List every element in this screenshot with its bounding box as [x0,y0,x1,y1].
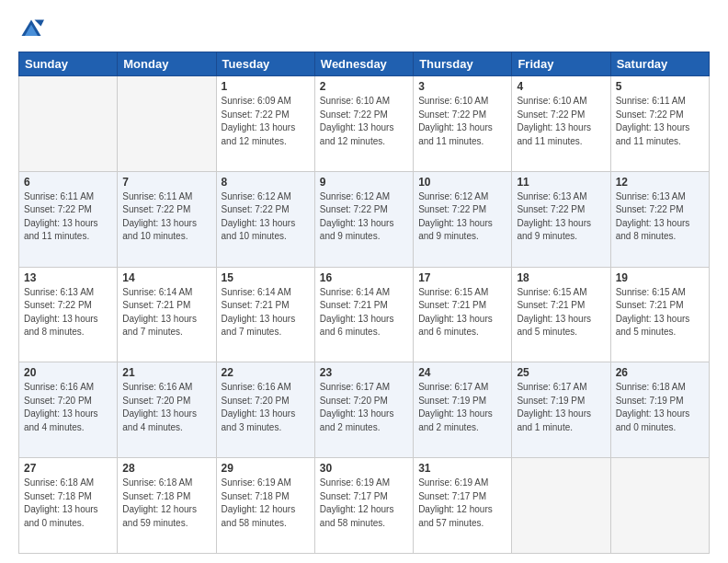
day-info: Sunrise: 6:12 AM Sunset: 7:22 PM Dayligh… [222,190,310,244]
day-info: Sunrise: 6:18 AM Sunset: 7:19 PM Dayligh… [616,381,704,434]
day-info: Sunrise: 6:10 AM Sunset: 7:22 PM Dayligh… [320,95,408,148]
day-number: 9 [320,176,408,189]
col-header-tuesday: Tuesday [216,52,314,76]
calendar-day: 5Sunrise: 6:11 AM Sunset: 7:22 PM Daylig… [610,76,709,172]
calendar-day: 31Sunrise: 6:19 AM Sunset: 7:17 PM Dayli… [414,458,512,554]
day-info: Sunrise: 6:19 AM Sunset: 7:18 PM Dayligh… [222,477,310,530]
calendar-day: 20Sunrise: 6:16 AM Sunset: 7:20 PM Dayli… [19,362,118,458]
day-number: 30 [320,462,408,475]
calendar-day: 13Sunrise: 6:13 AM Sunset: 7:22 PM Dayli… [19,267,118,362]
col-header-friday: Friday [512,52,610,76]
calendar-day: 8Sunrise: 6:12 AM Sunset: 7:22 PM Daylig… [216,171,314,267]
day-number: 1 [222,80,310,93]
calendar-day: 21Sunrise: 6:16 AM Sunset: 7:20 PM Dayli… [118,362,216,458]
calendar-day: 15Sunrise: 6:14 AM Sunset: 7:21 PM Dayli… [216,267,314,362]
calendar-day: 28Sunrise: 6:18 AM Sunset: 7:18 PM Dayli… [118,458,216,554]
day-number: 3 [418,80,506,93]
header [18,17,710,42]
day-info: Sunrise: 6:14 AM Sunset: 7:21 PM Dayligh… [320,286,408,339]
day-number: 12 [616,176,704,189]
day-number: 31 [418,462,506,475]
day-number: 22 [222,366,310,379]
calendar-day: 23Sunrise: 6:17 AM Sunset: 7:20 PM Dayli… [314,362,413,458]
day-number: 7 [122,176,210,189]
calendar-day: 16Sunrise: 6:14 AM Sunset: 7:21 PM Dayli… [314,267,413,362]
calendar-day: 7Sunrise: 6:11 AM Sunset: 7:22 PM Daylig… [118,171,216,267]
calendar-day: 18Sunrise: 6:15 AM Sunset: 7:21 PM Dayli… [512,267,610,362]
day-number: 20 [24,366,112,379]
day-number: 21 [122,366,210,379]
calendar-day: 25Sunrise: 6:17 AM Sunset: 7:19 PM Dayli… [512,362,610,458]
day-info: Sunrise: 6:17 AM Sunset: 7:19 PM Dayligh… [418,381,506,434]
day-info: Sunrise: 6:11 AM Sunset: 7:22 PM Dayligh… [24,190,112,244]
day-info: Sunrise: 6:10 AM Sunset: 7:22 PM Dayligh… [517,95,605,148]
calendar-day: 10Sunrise: 6:12 AM Sunset: 7:22 PM Dayli… [414,171,512,267]
day-number: 2 [320,80,408,93]
day-info: Sunrise: 6:15 AM Sunset: 7:21 PM Dayligh… [616,286,704,339]
calendar-day: 30Sunrise: 6:19 AM Sunset: 7:17 PM Dayli… [314,458,413,554]
day-number: 16 [320,271,408,284]
col-header-thursday: Thursday [414,52,512,76]
calendar-day: 19Sunrise: 6:15 AM Sunset: 7:21 PM Dayli… [610,267,709,362]
calendar-day: 22Sunrise: 6:16 AM Sunset: 7:20 PM Dayli… [216,362,314,458]
day-info: Sunrise: 6:12 AM Sunset: 7:22 PM Dayligh… [418,190,506,244]
day-number: 18 [517,271,605,284]
day-info: Sunrise: 6:16 AM Sunset: 7:20 PM Dayligh… [122,381,210,434]
calendar-day: 2Sunrise: 6:10 AM Sunset: 7:22 PM Daylig… [314,76,413,172]
calendar-day: 14Sunrise: 6:14 AM Sunset: 7:21 PM Dayli… [118,267,216,362]
day-info: Sunrise: 6:18 AM Sunset: 7:18 PM Dayligh… [24,477,112,530]
calendar-day: 11Sunrise: 6:13 AM Sunset: 7:22 PM Dayli… [512,171,610,267]
day-number: 25 [517,366,605,379]
calendar-week-2: 6Sunrise: 6:11 AM Sunset: 7:22 PM Daylig… [19,171,710,267]
day-info: Sunrise: 6:16 AM Sunset: 7:20 PM Dayligh… [24,381,112,434]
calendar-day: 27Sunrise: 6:18 AM Sunset: 7:18 PM Dayli… [19,458,118,554]
day-info: Sunrise: 6:12 AM Sunset: 7:22 PM Dayligh… [320,190,408,244]
day-number: 8 [222,176,310,189]
page: SundayMondayTuesdayWednesdayThursdayFrid… [0,0,728,563]
logo [18,17,48,42]
day-info: Sunrise: 6:10 AM Sunset: 7:22 PM Dayligh… [418,95,506,148]
calendar-day: 26Sunrise: 6:18 AM Sunset: 7:19 PM Dayli… [610,362,709,458]
calendar-day: 4Sunrise: 6:10 AM Sunset: 7:22 PM Daylig… [512,76,610,172]
day-number: 19 [616,271,704,284]
day-info: Sunrise: 6:14 AM Sunset: 7:21 PM Dayligh… [222,286,310,339]
col-header-monday: Monday [118,52,216,76]
day-number: 15 [222,271,310,284]
calendar-day: 1Sunrise: 6:09 AM Sunset: 7:22 PM Daylig… [216,76,314,172]
calendar-day [118,76,216,172]
day-info: Sunrise: 6:09 AM Sunset: 7:22 PM Dayligh… [222,95,310,148]
day-info: Sunrise: 6:17 AM Sunset: 7:20 PM Dayligh… [320,381,408,434]
col-header-wednesday: Wednesday [314,52,413,76]
col-header-saturday: Saturday [610,52,709,76]
day-number: 4 [517,80,605,93]
day-info: Sunrise: 6:15 AM Sunset: 7:21 PM Dayligh… [418,286,506,339]
calendar-header-row: SundayMondayTuesdayWednesdayThursdayFrid… [19,52,710,76]
day-number: 29 [222,462,310,475]
day-number: 24 [418,366,506,379]
calendar-day: 24Sunrise: 6:17 AM Sunset: 7:19 PM Dayli… [414,362,512,458]
day-number: 11 [517,176,605,189]
calendar-day: 17Sunrise: 6:15 AM Sunset: 7:21 PM Dayli… [414,267,512,362]
calendar-day [19,76,118,172]
day-info: Sunrise: 6:11 AM Sunset: 7:22 PM Dayligh… [122,190,210,244]
day-info: Sunrise: 6:14 AM Sunset: 7:21 PM Dayligh… [122,286,210,339]
calendar-day: 3Sunrise: 6:10 AM Sunset: 7:22 PM Daylig… [414,76,512,172]
calendar-day: 29Sunrise: 6:19 AM Sunset: 7:18 PM Dayli… [216,458,314,554]
day-info: Sunrise: 6:13 AM Sunset: 7:22 PM Dayligh… [616,190,704,244]
calendar-day: 6Sunrise: 6:11 AM Sunset: 7:22 PM Daylig… [19,171,118,267]
day-info: Sunrise: 6:17 AM Sunset: 7:19 PM Dayligh… [517,381,605,434]
day-info: Sunrise: 6:13 AM Sunset: 7:22 PM Dayligh… [517,190,605,244]
day-info: Sunrise: 6:19 AM Sunset: 7:17 PM Dayligh… [320,477,408,530]
day-info: Sunrise: 6:18 AM Sunset: 7:18 PM Dayligh… [122,477,210,530]
day-number: 17 [418,271,506,284]
day-number: 28 [122,462,210,475]
calendar-week-5: 27Sunrise: 6:18 AM Sunset: 7:18 PM Dayli… [19,458,710,554]
day-number: 23 [320,366,408,379]
day-number: 14 [122,271,210,284]
logo-icon [18,17,44,42]
day-number: 6 [24,176,112,189]
calendar-day: 12Sunrise: 6:13 AM Sunset: 7:22 PM Dayli… [610,171,709,267]
calendar-week-1: 1Sunrise: 6:09 AM Sunset: 7:22 PM Daylig… [19,76,710,172]
calendar-day: 9Sunrise: 6:12 AM Sunset: 7:22 PM Daylig… [314,171,413,267]
day-info: Sunrise: 6:11 AM Sunset: 7:22 PM Dayligh… [616,95,704,148]
